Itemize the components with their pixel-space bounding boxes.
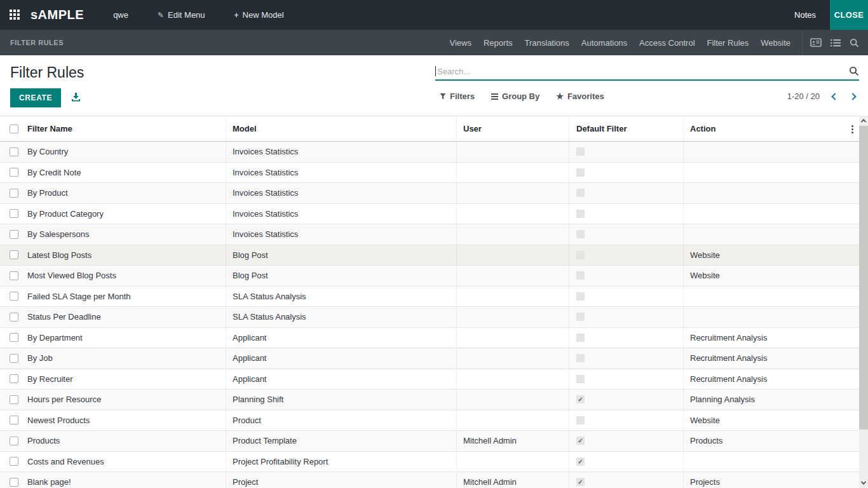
row-checkbox[interactable]: [10, 395, 18, 404]
table-row[interactable]: Products Product Template Mitchell Admin…: [0, 431, 859, 452]
table-row[interactable]: Most Viewed Blog Posts Blog Post Website: [0, 266, 859, 287]
table-row[interactable]: By Job Applicant Recruitment Analysis: [0, 348, 859, 369]
table-row[interactable]: By Salespersons Invoices Statistics: [0, 224, 859, 245]
optional-columns-icon[interactable]: [851, 125, 854, 134]
row-checkbox[interactable]: [10, 457, 18, 466]
group-by-button[interactable]: Group By: [491, 92, 539, 101]
default-filter-checkbox: [576, 437, 585, 445]
filters-button[interactable]: Filters: [440, 92, 475, 101]
scroll-up-icon[interactable]: [859, 116, 868, 126]
cell-user: [456, 287, 569, 307]
edit-menu-button[interactable]: ✎ Edit Menu: [158, 10, 205, 20]
star-icon: ★: [556, 92, 564, 100]
cell-default-filter: [569, 245, 683, 266]
cell-default-filter: [569, 183, 683, 203]
row-checkbox[interactable]: [10, 250, 18, 259]
table-row[interactable]: Latest Blog Posts Blog Post Website: [0, 245, 859, 266]
row-select-cell: [0, 452, 27, 472]
cell-default-filter: [569, 369, 683, 390]
column-header-filter-name[interactable]: Filter Name: [27, 116, 226, 141]
cell-action: [683, 287, 845, 307]
vertical-scrollbar[interactable]: [859, 116, 868, 488]
brand-title[interactable]: sAMPLE: [31, 8, 84, 22]
table-row[interactable]: By Recruiter Applicant Recruitment Analy…: [0, 369, 859, 390]
nav-item-views[interactable]: Views: [450, 38, 471, 48]
nav-item-access-control[interactable]: Access Control: [639, 38, 695, 48]
table-row[interactable]: Newest Products Product Website: [0, 410, 859, 431]
table-row[interactable]: By Country Invoices Statistics: [0, 142, 859, 163]
close-button[interactable]: CLOSE: [830, 0, 868, 30]
table-header: Filter Name Model User Default Filter Ac…: [0, 116, 859, 142]
column-header-default-filter[interactable]: Default Filter: [569, 116, 683, 141]
row-checkbox[interactable]: [10, 230, 18, 239]
contact-card-icon[interactable]: [810, 38, 822, 47]
table-row[interactable]: Hours per Resource Planning Shift Planni…: [0, 390, 859, 410]
row-checkbox[interactable]: [10, 416, 18, 424]
table-row[interactable]: Blank page! Project Mitchell Admin Proje…: [0, 472, 859, 488]
row-checkbox[interactable]: [10, 209, 18, 218]
pager-previous-icon[interactable]: [831, 93, 838, 100]
cell-user: [456, 224, 569, 245]
create-button[interactable]: CREATE: [10, 88, 61, 107]
table-body: By Country Invoices Statistics By Credit…: [0, 142, 859, 488]
column-header-user[interactable]: User: [456, 116, 569, 141]
row-checkbox[interactable]: [10, 189, 18, 198]
list-view-icon[interactable]: [831, 39, 841, 47]
row-checkbox[interactable]: [10, 147, 18, 156]
cell-filter-name: By Job: [27, 348, 226, 369]
nav-item-website[interactable]: Website: [761, 38, 790, 48]
cell-model: Project: [226, 472, 456, 488]
subnav-links: Views Reports Translations Automations A…: [450, 38, 790, 48]
search-icon[interactable]: [850, 38, 859, 48]
menu-item-qwe[interactable]: qwe: [113, 10, 128, 20]
table-row[interactable]: By Credit Note Invoices Statistics: [0, 163, 859, 184]
default-filter-checkbox: [576, 147, 585, 156]
search-submit-icon[interactable]: [849, 66, 859, 76]
pager-next-icon[interactable]: [849, 93, 856, 100]
new-model-button[interactable]: + New Model: [234, 10, 284, 20]
scroll-down-icon[interactable]: [859, 478, 868, 488]
export-download-icon[interactable]: [71, 93, 81, 102]
topbar: sAMPLE qwe ✎ Edit Menu + New Model Notes…: [0, 0, 868, 30]
row-checkbox[interactable]: [10, 333, 18, 342]
column-header-action[interactable]: Action: [683, 116, 845, 141]
favorites-button[interactable]: ★ Favorites: [556, 92, 604, 101]
nav-item-reports[interactable]: Reports: [484, 38, 513, 48]
default-filter-checkbox: [576, 375, 585, 383]
apps-grid-icon[interactable]: [10, 10, 21, 21]
search-input[interactable]: [436, 67, 849, 76]
row-checkbox[interactable]: [10, 374, 18, 383]
default-filter-checkbox: [576, 354, 585, 362]
cell-user: [456, 204, 569, 224]
default-filter-checkbox: [576, 313, 585, 321]
nav-item-filter-rules[interactable]: Filter Rules: [707, 38, 749, 48]
cell-filter-name: By Product: [27, 183, 226, 203]
row-checkbox[interactable]: [10, 271, 18, 280]
cell-default-filter: [569, 452, 683, 472]
cell-model: SLA Status Analysis: [226, 287, 456, 307]
row-checkbox[interactable]: [10, 437, 18, 445]
row-checkbox[interactable]: [10, 168, 18, 177]
nav-item-translations[interactable]: Translations: [525, 38, 569, 48]
cell-user: Mitchell Admin: [456, 431, 569, 451]
page-title: Filter Rules: [10, 64, 84, 81]
pager: 1-20 / 20: [787, 92, 855, 101]
row-checkbox[interactable]: [10, 292, 18, 301]
table-row[interactable]: Failed SLA Stage per Month SLA Status An…: [0, 287, 859, 308]
notes-button[interactable]: Notes: [794, 10, 816, 20]
default-filter-checkbox: [576, 334, 585, 342]
table-row[interactable]: By Department Applicant Recruitment Anal…: [0, 328, 859, 349]
table-row[interactable]: By Product Invoices Statistics: [0, 183, 859, 204]
row-checkbox[interactable]: [10, 478, 18, 487]
select-all-checkbox[interactable]: [10, 125, 18, 133]
table-row[interactable]: Status Per Deadline SLA Status Analysis: [0, 307, 859, 328]
scrollbar-thumb[interactable]: [859, 126, 868, 430]
default-filter-checkbox: [576, 189, 585, 197]
cell-model: SLA Status Analysis: [226, 307, 456, 327]
row-checkbox[interactable]: [10, 354, 18, 363]
table-row[interactable]: By Product Category Invoices Statistics: [0, 204, 859, 225]
nav-item-automations[interactable]: Automations: [581, 38, 627, 48]
column-header-model[interactable]: Model: [226, 116, 456, 141]
row-checkbox[interactable]: [10, 313, 18, 322]
table-row[interactable]: Costs and Revenues Project Profitability…: [0, 452, 859, 473]
